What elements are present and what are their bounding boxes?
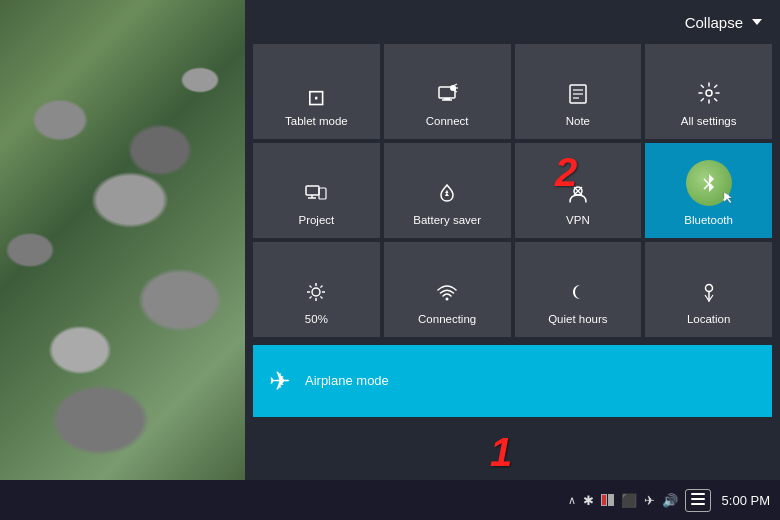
rocks-texture [0,0,245,480]
tile-vpn-label: VPN [566,214,590,228]
tiles-grid: ⊡ Tablet mode Connect [245,44,780,345]
tile-brightness-label: 50% [305,313,328,327]
tray-volume-icon[interactable]: 🔊 [662,493,678,508]
tile-airplane-mode[interactable]: ✈ Airplane mode [253,345,772,417]
tile-note[interactable]: Note [515,44,642,139]
svg-line-4 [453,84,457,86]
taskbar: ∧ ✱ ⬛ ✈ 🔊 5:00 PM [0,480,780,520]
project-icon [305,182,327,208]
svg-rect-30 [691,493,705,495]
tile-quiet-hours-label: Quiet hours [548,313,607,327]
tile-connect[interactable]: Connect [384,44,511,139]
tray-airplane-icon[interactable]: ✈ [644,493,655,508]
tile-battery-saver[interactable]: Battery saver [384,143,511,238]
tray-battery-icon[interactable] [601,494,614,506]
connecting-icon [436,281,458,307]
tile-tablet-mode-label: Tablet mode [285,115,348,129]
action-center-panel: Collapse ⊡ Tablet mode C [245,0,780,480]
brightness-icon [305,281,327,307]
desktop-background [0,0,245,480]
note-icon [567,83,589,109]
connect-icon [436,83,458,109]
svg-point-29 [705,285,712,292]
svg-point-11 [706,90,712,96]
tile-airplane-mode-label: Airplane mode [305,373,389,389]
tray-bluetooth-icon[interactable]: ✱ [583,493,594,508]
tile-all-settings-label: All settings [681,115,737,129]
svg-rect-15 [319,188,326,199]
tile-vpn[interactable]: VPN [515,143,642,238]
bluetooth-circle [686,160,732,206]
all-settings-icon [697,81,721,109]
svg-line-25 [321,297,323,299]
collapse-button[interactable]: Collapse [685,14,762,31]
tile-bluetooth[interactable]: Bluetooth [645,143,772,238]
tray-action-center-icon[interactable] [685,489,711,512]
tablet-mode-icon: ⊡ [307,87,325,109]
tile-quiet-hours[interactable]: Quiet hours [515,242,642,337]
tray-expand-icon[interactable]: ∧ [568,494,576,507]
tile-bluetooth-label: Bluetooth [684,214,733,228]
tile-battery-saver-label: Battery saver [413,214,481,228]
tile-connect-label: Connect [426,115,469,129]
tile-project-label: Project [298,214,334,228]
svg-point-19 [312,288,320,296]
tile-location[interactable]: Location [645,242,772,337]
svg-line-26 [321,286,323,288]
tile-note-label: Note [566,115,590,129]
taskbar-time: 5:00 PM [722,493,770,508]
tile-tablet-mode[interactable]: ⊡ Tablet mode [253,44,380,139]
tile-connecting-label: Connecting [418,313,476,327]
svg-rect-31 [691,498,705,500]
tile-location-label: Location [687,313,730,327]
svg-line-27 [310,297,312,299]
collapse-label: Collapse [685,14,743,31]
svg-point-28 [446,298,449,301]
tray-tablet-icon[interactable]: ⬛ [621,493,637,508]
quiet-hours-icon [567,281,589,307]
chevron-down-icon [752,19,762,25]
location-icon [698,281,720,307]
battery-saver-icon [436,182,458,208]
tile-connecting[interactable]: Connecting [384,242,511,337]
airplane-mode-icon: ✈ [269,368,291,394]
vpn-icon [567,182,589,208]
tile-project[interactable]: Project [253,143,380,238]
collapse-bar: Collapse [245,0,780,44]
tile-all-settings[interactable]: All settings [645,44,772,139]
svg-rect-32 [691,503,705,505]
tile-brightness[interactable]: 50% [253,242,380,337]
taskbar-tray-icons: ∧ ✱ ⬛ ✈ 🔊 5:00 PM [568,489,770,512]
svg-line-24 [310,286,312,288]
svg-rect-12 [306,186,319,195]
